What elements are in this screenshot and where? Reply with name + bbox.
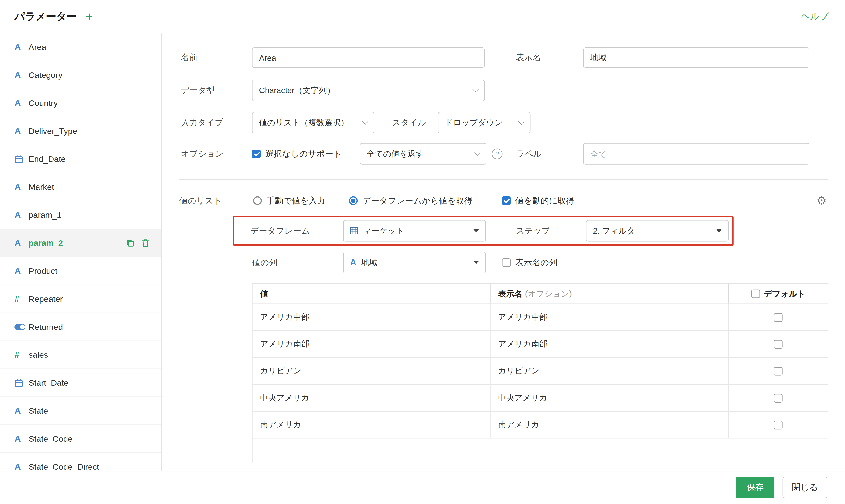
- caret-down-icon: [716, 229, 722, 232]
- add-parameter-button[interactable]: +: [85, 10, 93, 23]
- all-values-select[interactable]: 全ての値を返す: [360, 143, 486, 164]
- display-name-label: 表示名: [516, 47, 541, 68]
- parameter-name: Area: [29, 42, 46, 52]
- value-cell: カリビアン: [253, 358, 491, 384]
- trash-icon[interactable]: [141, 239, 149, 247]
- section-divider: [179, 179, 828, 180]
- parameter-detail-panel: 名前 表示名 データ型 Character（文字列） 入力タイプ 値のリスト（複…: [161, 33, 845, 471]
- default-cell: [729, 331, 828, 357]
- character-type-icon: A: [15, 462, 29, 471]
- values-table-header: 値 表示名 (オプション) デフォルト: [253, 284, 828, 304]
- default-checkbox[interactable]: [774, 394, 783, 402]
- data-type-select[interactable]: Character（文字列）: [252, 79, 485, 101]
- character-type-icon: A: [15, 406, 29, 416]
- name-input[interactable]: [252, 47, 485, 68]
- sidebar-item-area[interactable]: AArea: [0, 33, 161, 61]
- default-checkbox[interactable]: [774, 340, 783, 348]
- radio-on-icon[interactable]: [349, 196, 358, 205]
- display-name-column-checkbox-group[interactable]: 表示名の列: [502, 252, 557, 273]
- save-button[interactable]: 保存: [736, 477, 775, 499]
- copy-icon[interactable]: [126, 239, 134, 247]
- style-select[interactable]: ドロップダウン: [438, 112, 531, 133]
- manual-input-radio-group[interactable]: 手動で値を入力: [253, 190, 326, 211]
- label-input[interactable]: [583, 143, 810, 164]
- radio-off-icon[interactable]: [253, 196, 262, 205]
- sidebar-item-product[interactable]: AProduct: [0, 257, 161, 285]
- value-column-select[interactable]: A 地域: [343, 252, 486, 273]
- numeric-type-icon: #: [15, 350, 29, 360]
- close-button[interactable]: 閉じる: [783, 477, 827, 499]
- parameter-name: Market: [29, 182, 54, 192]
- default-all-checkbox[interactable]: [751, 290, 760, 298]
- step-select[interactable]: 2. フィルタ: [586, 220, 729, 241]
- from-dataframe-label: データフレームから値を取得: [362, 195, 472, 206]
- character-type-icon: A: [15, 98, 29, 108]
- sidebar-item-market[interactable]: AMarket: [0, 173, 161, 201]
- parameter-name: sales: [29, 350, 48, 360]
- display-name-input[interactable]: [583, 47, 810, 68]
- sidebar-item-returned[interactable]: Returned: [0, 313, 161, 341]
- character-type-icon: A: [15, 238, 29, 248]
- sidebar-item-state[interactable]: AState: [0, 397, 161, 425]
- display-name-cell: アメリカ中部: [491, 304, 729, 330]
- from-dataframe-radio-group[interactable]: データフレームから値を取得: [349, 190, 472, 211]
- values-list-label: 値のリスト: [179, 190, 222, 211]
- parameter-name: param_2: [29, 238, 63, 248]
- checked-checkbox-icon[interactable]: [252, 149, 261, 158]
- dataframe-label: データフレーム: [251, 220, 310, 241]
- dynamic-values-checkbox-group[interactable]: 値を動的に取得: [502, 190, 574, 211]
- display-name-cell: アメリカ南部: [491, 331, 729, 357]
- sidebar-item-param_2[interactable]: Aparam_2: [0, 229, 161, 257]
- sidebar-item-sales[interactable]: #sales: [0, 341, 161, 369]
- no-selection-support-checkbox-group[interactable]: 選択なしのサポート: [252, 143, 342, 164]
- footer: 保存 閉じる: [0, 471, 845, 504]
- display-name-column-label: 表示名の列: [515, 257, 557, 268]
- sidebar-item-country[interactable]: ACountry: [0, 89, 161, 118]
- unchecked-checkbox-icon[interactable]: [502, 258, 511, 267]
- default-checkbox[interactable]: [774, 420, 783, 429]
- help-circle-icon[interactable]: ?: [492, 148, 502, 159]
- parameter-name: State: [29, 406, 48, 416]
- input-type-select[interactable]: 値のリスト（複数選択）: [252, 112, 374, 133]
- chevron-down-icon: [474, 150, 480, 156]
- sidebar-item-category[interactable]: ACategory: [0, 61, 161, 89]
- default-cell: [729, 304, 828, 330]
- character-type-icon: A: [15, 42, 29, 52]
- caret-down-icon: [473, 229, 479, 232]
- label-label: ラベル: [516, 143, 541, 164]
- character-type-icon: A: [15, 126, 29, 136]
- numeric-type-icon: #: [15, 294, 29, 304]
- character-type-icon: A: [15, 182, 29, 192]
- step-label: ステップ: [516, 220, 550, 241]
- sidebar-item-state_code[interactable]: AState_Code: [0, 425, 161, 453]
- sidebar-item-param_1[interactable]: Aparam_1: [0, 201, 161, 229]
- character-type-icon: A: [15, 210, 29, 220]
- sidebar-item-deliver_type[interactable]: ADeliver_Type: [0, 118, 161, 145]
- character-type-icon: A: [15, 266, 29, 276]
- value-cell: アメリカ中部: [253, 304, 491, 330]
- parameter-name: State_Code: [29, 434, 73, 444]
- parameter-name: Repeater: [29, 294, 63, 304]
- default-checkbox[interactable]: [774, 313, 783, 322]
- dynamic-values-label: 値を動的に取得: [515, 195, 574, 206]
- checked-checkbox-icon[interactable]: [502, 196, 511, 205]
- page-title: パラメーター: [15, 9, 77, 23]
- default-checkbox[interactable]: [774, 367, 783, 375]
- help-link[interactable]: ヘルプ: [801, 10, 829, 23]
- options-label: オプション: [181, 143, 224, 164]
- sidebar-item-repeater[interactable]: #Repeater: [0, 285, 161, 313]
- value-row: カリビアンカリビアン: [253, 358, 828, 384]
- sidebar-item-state_code_direct[interactable]: AState_Code_Direct: [0, 453, 161, 471]
- sidebar-item-end_date[interactable]: End_Date: [0, 145, 161, 173]
- sidebar-item-start_date[interactable]: Start_Date: [0, 369, 161, 397]
- display-name-cell: 南アメリカ: [491, 412, 729, 438]
- data-type-label: データ型: [181, 79, 215, 101]
- value-column-label: 値の列: [252, 252, 277, 273]
- parameter-name: Country: [29, 98, 58, 108]
- dataframe-select[interactable]: マーケット: [343, 220, 486, 241]
- parameter-name: Category: [29, 70, 62, 80]
- value-cell: 中央アメリカ: [253, 385, 491, 411]
- chevron-down-icon: [472, 86, 479, 92]
- parameter-name: State_Code_Direct: [29, 462, 99, 471]
- gear-icon[interactable]: ⚙: [816, 195, 827, 206]
